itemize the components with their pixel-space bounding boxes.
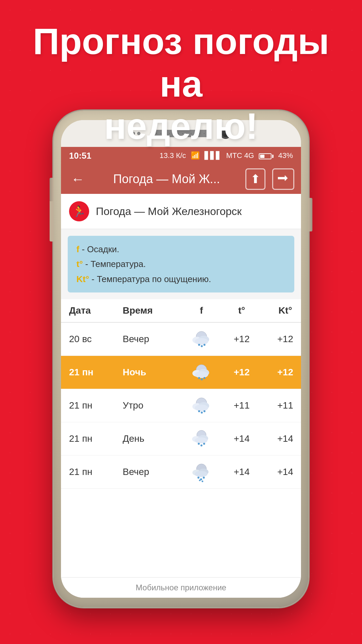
app-icon: 🏃 [69, 201, 89, 221]
table-row: 21 пн Ночь [61, 356, 301, 389]
svg-point-20 [203, 410, 205, 412]
headline: Прогноз погоды на неделю! [0, 20, 362, 148]
headline-text: Прогноз погоды на неделю! [20, 20, 342, 148]
svg-point-31 [195, 471, 207, 477]
svg-point-10 [195, 371, 208, 378]
row-feel: +12 [263, 367, 301, 378]
svg-point-4 [198, 344, 200, 346]
table-row: 21 пн Утро [61, 389, 301, 422]
svg-point-19 [201, 412, 203, 414]
svg-point-12 [201, 378, 203, 380]
table-row: 21 пн День [61, 422, 301, 455]
legend-box: f - Осадки. t° - Температура. Kt° - Темп… [68, 236, 294, 292]
app-header-title: Погода — Мой Железногорск [96, 205, 242, 218]
row-temp: +11 [220, 400, 263, 411]
svg-point-13 [203, 377, 205, 379]
row-time: День [123, 433, 183, 444]
row-time: Ночь [123, 367, 183, 378]
col-f: f [183, 305, 220, 316]
phone-screen: 10:51 13.3 К/с 📶 ▋▋▋ МТС 4G 43% [61, 120, 301, 598]
row-temp: +14 [220, 467, 263, 477]
row-time: Вечер [123, 467, 183, 477]
svg-point-34 [203, 477, 205, 479]
navigation-bar: ← Погода — Мой Ж... ⬆ ⮕ [61, 164, 301, 194]
svg-point-6 [203, 344, 205, 346]
svg-point-27 [203, 443, 205, 445]
wifi-icon: 📶 [191, 151, 200, 160]
row-temp: +12 [220, 367, 263, 378]
row-weather-icon [183, 460, 220, 484]
row-feel: +14 [263, 433, 301, 444]
svg-point-26 [200, 444, 202, 446]
weather-table: Дата Время f t° Kt° 20 вс Вечер [61, 299, 301, 577]
bottom-label-text: Мобильное приложение [136, 583, 226, 592]
svg-point-3 [195, 338, 208, 345]
carrier-label: МТС 4G [226, 151, 254, 160]
row-date: 21 пн [69, 400, 123, 411]
col-time: Время [123, 305, 183, 316]
table-row: 20 вс Вечер [61, 323, 301, 356]
phone-frame: 10:51 13.3 К/с 📶 ▋▋▋ МТС 4G 43% [54, 111, 308, 607]
svg-point-25 [198, 443, 200, 445]
table-row: 21 пн Вечер [61, 455, 301, 489]
app-header: 🏃 Погода — Мой Железногорск [61, 194, 301, 229]
nav-title: Погода — Мой Ж... [95, 172, 239, 186]
row-feel: +12 [263, 334, 301, 344]
row-time: Утро [123, 400, 183, 411]
row-feel: +14 [263, 467, 301, 477]
col-date: Дата [69, 305, 123, 316]
row-weather-icon [183, 427, 220, 450]
status-right: 13.3 К/с 📶 ▋▋▋ МТС 4G 43% [160, 151, 293, 160]
back-button[interactable]: ← [68, 168, 88, 190]
legend-item-t: t° - Температура. [76, 258, 286, 270]
svg-point-18 [198, 410, 200, 412]
svg-point-24 [195, 437, 207, 443]
main-content: 🏃 Погода — Мой Железногорск f - Осадки. … [61, 194, 301, 598]
phone-mockup: 10:51 13.3 К/с 📶 ▋▋▋ МТС 4G 43% [54, 111, 308, 607]
row-temp: +14 [220, 433, 263, 444]
svg-point-5 [201, 345, 203, 347]
row-date: 20 вс [69, 334, 123, 344]
row-feel: +11 [263, 400, 301, 411]
battery-indicator [259, 151, 274, 160]
legend-item-f: f - Осадки. [76, 243, 286, 255]
bottom-label: Мобильное приложение [61, 577, 301, 598]
export-button[interactable]: ⮕ [272, 168, 294, 190]
svg-point-35 [199, 480, 201, 481]
status-bar: 10:51 13.3 К/с 📶 ▋▋▋ МТС 4G 43% [61, 147, 301, 164]
svg-point-17 [195, 405, 208, 411]
row-weather-icon [183, 361, 220, 384]
col-feel: Kt° [263, 305, 301, 316]
row-time: Вечер [123, 334, 183, 344]
data-speed: 13.3 К/с [160, 151, 186, 160]
row-date: 21 пн [69, 433, 123, 444]
row-weather-icon [183, 327, 220, 351]
svg-point-32 [197, 477, 199, 479]
signal-icon: ▋▋▋ [204, 151, 222, 160]
svg-point-36 [202, 481, 203, 482]
legend-item-kt: Kt° - Температура по ощущению. [76, 273, 286, 285]
row-date: 21 пн [69, 467, 123, 477]
row-temp: +12 [220, 334, 263, 344]
status-time: 10:51 [69, 151, 92, 161]
upload-button[interactable]: ⬆ [245, 168, 265, 190]
row-date: 21 пн [69, 367, 123, 378]
battery-percent: 43% [278, 151, 293, 160]
row-weather-icon [183, 394, 220, 417]
svg-point-11 [198, 377, 200, 379]
col-temp: t° [220, 305, 263, 316]
table-header-row: Дата Время f t° Kt° [61, 299, 301, 323]
